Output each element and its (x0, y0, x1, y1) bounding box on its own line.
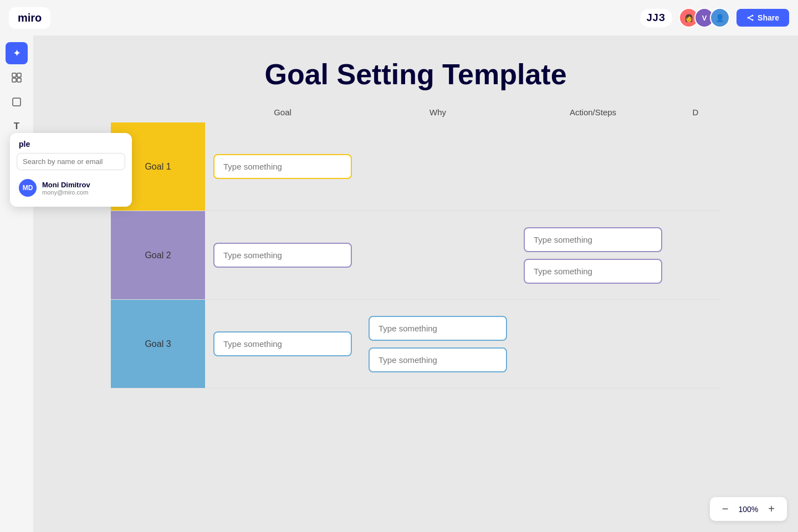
col-header-action: Action/Steps (515, 108, 671, 122)
user-list-item[interactable]: MD Moni Dimitrov mony@miro.com (17, 176, 125, 200)
share-button[interactable]: Share (736, 9, 789, 27)
zoom-in-button[interactable]: + (765, 502, 778, 516)
table-header: Goal Why Action/Steps D (111, 108, 720, 122)
share-icon (746, 14, 754, 22)
avatar-3: 👤 (710, 8, 730, 28)
col-header-0 (111, 108, 205, 122)
user-email: mony@miro.com (42, 189, 90, 196)
goal-2-action-cell (515, 211, 671, 299)
template-container: Goal Why Action/Steps D Goal 1 Goal 2 (111, 108, 720, 388)
goal-3-goal-input[interactable] (213, 331, 352, 356)
goal-2-action-input-2[interactable] (524, 259, 662, 284)
goal-2-d-cell (671, 211, 720, 299)
avatars: 👩 V 👤 (679, 8, 730, 28)
col-header-goal: Goal (205, 108, 360, 122)
zoom-level: 100% (739, 505, 759, 514)
col-header-why: Why (360, 108, 515, 122)
sidebar-btn-sticky[interactable] (6, 91, 28, 113)
goal-1-goal-cell (205, 122, 360, 211)
user-panel-title: ple (17, 140, 125, 149)
logo: miro (9, 7, 50, 29)
table-row: Goal 1 (111, 122, 720, 211)
goal-3-d-cell (671, 300, 720, 388)
user-search-input[interactable] (17, 153, 125, 170)
header: miro ЈЈЗ 👩 V 👤 Share (0, 0, 798, 35)
goal-2-goal-cell (205, 211, 360, 299)
sticky-icon (12, 97, 22, 107)
goal-1-goal-input[interactable] (213, 154, 352, 179)
goal-1-why-cell (360, 122, 515, 211)
page-title: Goal Setting Template (33, 58, 798, 91)
goal-3-action-cell (515, 300, 671, 388)
svg-rect-9 (13, 98, 21, 106)
table-icon (12, 73, 22, 83)
svg-rect-6 (17, 73, 21, 77)
svg-rect-7 (12, 78, 16, 82)
user-avatar: MD (19, 179, 37, 197)
timer-badge: ЈЈЗ (640, 9, 672, 27)
table-row: Goal 3 (111, 300, 720, 388)
goal-3-why-input-2[interactable] (369, 347, 507, 372)
svg-line-3 (748, 16, 753, 18)
svg-rect-8 (17, 78, 21, 82)
canvas: Goal Setting Template Goal Why Action/St… (33, 35, 798, 532)
goal-3-label: Goal 3 (111, 300, 205, 388)
user-panel: ple MD Moni Dimitrov mony@miro.com (10, 133, 132, 207)
user-name: Moni Dimitrov (42, 181, 90, 189)
svg-line-4 (748, 18, 753, 20)
goal-2-why-cell (360, 211, 515, 299)
goal-2-goal-input[interactable] (213, 243, 352, 268)
zoom-out-button[interactable]: − (719, 502, 732, 516)
goal-3-why-input-1[interactable] (369, 316, 507, 341)
goal-1-action-cell (515, 122, 671, 211)
goal-2-action-input-1[interactable] (524, 227, 662, 252)
goal-3-goal-cell (205, 300, 360, 388)
goal-1-d-cell (671, 122, 720, 211)
sidebar-btn-smart[interactable]: ✦ (6, 42, 28, 64)
col-header-d: D (671, 108, 720, 122)
svg-rect-5 (12, 73, 16, 77)
user-info: Moni Dimitrov mony@miro.com (42, 181, 90, 196)
goal-3-why-cell (360, 300, 515, 388)
goal-2-label: Goal 2 (111, 211, 205, 299)
table-row: Goal 2 (111, 211, 720, 300)
zoom-controls: − 100% + (710, 497, 787, 521)
header-right: ЈЈЗ 👩 V 👤 Share (640, 8, 789, 28)
sidebar-btn-table[interactable] (6, 66, 28, 89)
sidebar: ✦ T A + (0, 35, 33, 532)
